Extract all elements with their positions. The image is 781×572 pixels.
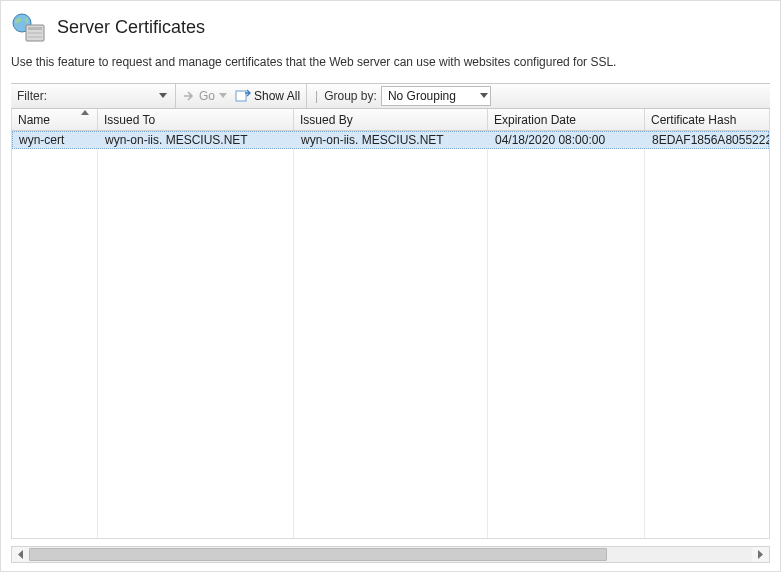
go-button[interactable]: Go <box>182 89 215 103</box>
cell-expiration: 04/18/2020 08:00:00 <box>489 133 646 147</box>
page-description: Use this feature to request and manage c… <box>1 51 780 83</box>
groupby-value: No Grouping <box>388 89 456 103</box>
svg-rect-3 <box>28 32 42 34</box>
chevron-right-icon <box>757 550 764 559</box>
horizontal-scrollbar[interactable] <box>11 546 770 563</box>
show-all-button[interactable]: Show All <box>235 89 300 103</box>
filter-label: Filter: <box>17 89 47 103</box>
col-header-issued-by[interactable]: Issued By <box>294 109 488 130</box>
table-row[interactable]: wyn-cert wyn-on-iis. MESCIUS.NET wyn-on-… <box>12 131 769 149</box>
grid-header: Name Issued To Issued By Expiration Date… <box>12 109 769 131</box>
groupby-section: | Group by: No Grouping <box>307 84 497 108</box>
col-header-name[interactable]: Name <box>12 109 98 130</box>
grid-body: wyn-cert wyn-on-iis. MESCIUS.NET wyn-on-… <box>12 131 769 538</box>
svg-rect-5 <box>236 91 246 101</box>
go-arrow-icon <box>182 89 196 103</box>
server-certificate-icon <box>11 9 47 45</box>
sort-asc-icon <box>81 110 89 116</box>
go-section: Go <box>176 84 229 108</box>
page-title: Server Certificates <box>57 17 205 38</box>
chevron-down-icon <box>480 93 488 99</box>
cell-issued-to: wyn-on-iis. MESCIUS.NET <box>99 133 295 147</box>
chevron-down-icon <box>159 93 167 99</box>
scroll-left-button[interactable] <box>12 547 29 562</box>
svg-rect-2 <box>28 27 42 30</box>
scrollbar-thumb[interactable] <box>29 548 607 561</box>
filter-section: Filter: <box>11 84 176 108</box>
cell-hash: 8EDAF1856A8055222DE7F <box>646 133 770 147</box>
groupby-select[interactable]: No Grouping <box>381 86 491 106</box>
scrollbar-track[interactable] <box>29 547 752 562</box>
cell-name: wyn-cert <box>13 133 99 147</box>
groupby-label: Group by: <box>324 89 377 103</box>
filter-input[interactable] <box>51 87 169 105</box>
grid-column-backgrounds <box>12 131 770 538</box>
certificates-grid: Name Issued To Issued By Expiration Date… <box>11 109 770 539</box>
svg-rect-4 <box>28 36 42 38</box>
page-header: Server Certificates <box>1 1 780 51</box>
cell-issued-by: wyn-on-iis. MESCIUS.NET <box>295 133 489 147</box>
show-all-icon <box>235 89 251 103</box>
showall-section: Show All <box>229 84 307 108</box>
toolbar-dropdown-arrow <box>219 93 227 99</box>
toolbar: Filter: Go Show All | Group by: <box>11 83 770 109</box>
col-header-issued-to[interactable]: Issued To <box>98 109 294 130</box>
col-header-expiration[interactable]: Expiration Date <box>488 109 645 130</box>
col-header-hash[interactable]: Certificate Hash <box>645 109 770 130</box>
chevron-left-icon <box>17 550 24 559</box>
scroll-right-button[interactable] <box>752 547 769 562</box>
